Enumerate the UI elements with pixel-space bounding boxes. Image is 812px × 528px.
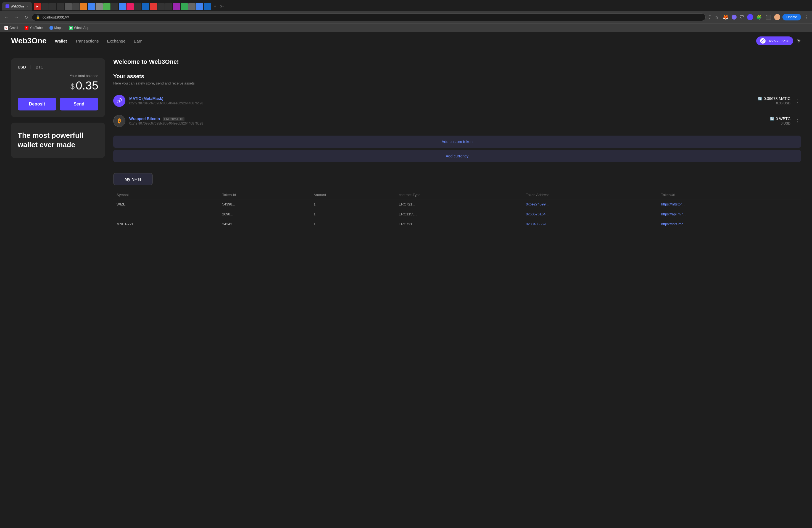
avatar-icon[interactable] — [747, 14, 753, 20]
forward-button[interactable]: → — [13, 14, 20, 21]
tab-close-icon[interactable]: × — [27, 5, 28, 8]
assets-subtitle: Here you can safely store, send and rece… — [113, 81, 801, 85]
balance-label: Your total balance — [18, 74, 98, 78]
app-header: Web3One Wallet Transactions Exchange Ear… — [0, 32, 812, 50]
table-row: WIZE 54398... 1 ERC721... 0xbe274599... … — [113, 200, 801, 209]
pinned-tab[interactable]: ▶ — [34, 3, 41, 10]
pinned-tab[interactable] — [88, 3, 95, 10]
bookmark-whatsapp[interactable]: 💬 WhatsApp — [68, 25, 91, 30]
col-token-address: Token Address — [523, 191, 657, 200]
wbtc-refresh-icon[interactable]: 🔄 — [770, 117, 774, 121]
pinned-tab[interactable] — [103, 3, 111, 10]
app-container: Web3One Wallet Transactions Exchange Ear… — [0, 32, 812, 528]
pinned-tab[interactable] — [64, 3, 72, 10]
matic-address: 0x7f27f070e8c67698fc808404ee6b926440876c… — [129, 101, 758, 105]
main-content: USD | BTC Your total balance $0.35 Depos… — [0, 50, 812, 237]
bookmark-maps[interactable]: Maps — [48, 25, 64, 30]
wallet-address-pill[interactable]: 0x7f27···6c28 — [756, 36, 793, 45]
bookmark-youtube[interactable]: ▶ YouTube — [23, 25, 44, 30]
back-button[interactable]: ← — [3, 14, 11, 21]
balance-value: 0.35 — [76, 79, 98, 92]
matic-menu-button[interactable]: ⋮ — [794, 97, 801, 105]
nav-wallet[interactable]: Wallet — [55, 38, 67, 44]
youtube-favicon: ▶ — [25, 26, 28, 30]
matic-balance-amount: 🔄 0.39678 MATIC — [758, 97, 791, 101]
currency-tabs: USD | BTC — [18, 65, 98, 69]
wbtc-menu-button[interactable]: ⋮ — [794, 117, 801, 125]
extension-icon-1[interactable] — [731, 15, 737, 19]
puzzle-icon[interactable]: 🧩 — [755, 14, 763, 21]
url-text: localhost:9001/#/ — [42, 15, 69, 19]
cell-contract-type: ERC721... — [395, 219, 523, 229]
pinned-tab[interactable] — [157, 3, 164, 10]
address-bar[interactable]: 🔒 localhost:9001/#/ — [32, 14, 706, 21]
pinned-tab[interactable] — [49, 3, 56, 10]
profile-avatar[interactable] — [774, 14, 780, 20]
pinned-tab[interactable] — [165, 3, 172, 10]
pinned-tab[interactable] — [188, 3, 195, 10]
dollar-sign: $ — [70, 82, 75, 91]
new-tab-button[interactable]: + — [212, 4, 218, 10]
theme-toggle-button[interactable]: ☀ — [797, 38, 801, 44]
share-icon[interactable]: ⤴ — [708, 14, 712, 20]
pinned-tab[interactable] — [111, 3, 118, 10]
tab-overflow-button[interactable]: ≫ — [219, 4, 225, 8]
bookmark-maps-label: Maps — [54, 26, 62, 30]
active-tab[interactable]: Web3One × — [2, 2, 32, 11]
pinned-tab[interactable] — [119, 3, 126, 10]
cell-symbol — [113, 209, 219, 219]
currency-tab-btc[interactable]: BTC — [35, 65, 43, 69]
pinned-tab[interactable] — [127, 3, 134, 10]
nfts-tab-button[interactable]: My NFTs — [113, 173, 153, 185]
pinned-tab[interactable] — [134, 3, 141, 10]
extension-icon-2[interactable]: 🛡 — [739, 14, 745, 20]
wbtc-balance-usd: 0 USD — [770, 121, 791, 126]
currency-tab-usd[interactable]: USD — [18, 65, 26, 69]
pinned-tab[interactable] — [41, 3, 48, 10]
bookmark-icon[interactable]: ☆ — [714, 14, 720, 21]
pinned-tab[interactable] — [196, 3, 203, 10]
pinned-tab[interactable] — [57, 3, 64, 10]
deposit-button[interactable]: Deposit — [18, 98, 56, 111]
tabs-strip: Web3One × ▶ — [2, 2, 810, 11]
nav-transactions[interactable]: Transactions — [75, 38, 99, 44]
nav-earn[interactable]: Earn — [134, 38, 143, 44]
cell-token-uri: https://api.min... — [657, 209, 801, 219]
update-button[interactable]: Update — [782, 14, 801, 20]
pinned-tab[interactable] — [204, 3, 211, 10]
pinned-tab[interactable] — [72, 3, 79, 10]
cast-icon[interactable]: ⬛ — [765, 14, 772, 21]
nav-exchange[interactable]: Exchange — [107, 38, 126, 44]
pinned-tab[interactable] — [173, 3, 180, 10]
add-currency-button[interactable]: Add currency — [113, 150, 801, 162]
browser-tabs-bar: Web3One × ▶ — [0, 0, 812, 11]
welcome-title: Welcome to Web3One! — [113, 58, 801, 65]
col-token-uri: TokenUri — [657, 191, 801, 200]
matic-balance-usd: 0.36 USD — [758, 101, 791, 105]
col-contract-type: contract-Type — [395, 191, 523, 200]
pinned-tab[interactable] — [96, 3, 103, 10]
cell-symbol: WIZE — [113, 200, 219, 209]
send-button[interactable]: Send — [60, 98, 98, 111]
cell-contract-type: ERC1155... — [395, 209, 523, 219]
right-panel: Welcome to Web3One! Your assets Here you… — [113, 58, 801, 229]
pinned-tab[interactable] — [142, 3, 149, 10]
wbtc-info: Wrapped Bitcoin ERC20MATIC 0x7f27f070e8c… — [129, 117, 770, 126]
pinned-tab[interactable] — [80, 3, 87, 10]
wbtc-name: Wrapped Bitcoin ERC20MATIC — [129, 117, 770, 121]
bookmark-youtube-label: YouTube — [30, 26, 43, 30]
add-custom-token-button[interactable]: Add custom token — [113, 136, 801, 148]
asset-item-wbtc: ₿ Wrapped Bitcoin ERC20MATIC 0x7f27f070e… — [113, 111, 801, 131]
wbtc-address: 0x7f27f070e8c67698fc808404ee6b926440876c… — [129, 121, 770, 126]
chain-icon — [760, 38, 766, 44]
metamask-icon[interactable]: 🦊 — [722, 13, 729, 21]
pinned-tab[interactable] — [180, 3, 188, 10]
matic-refresh-icon[interactable]: 🔄 — [758, 97, 762, 101]
menu-icon[interactable]: ⋮ — [803, 14, 809, 21]
bookmarks-bar: G Gmail ▶ YouTube Maps 💬 WhatsApp — [0, 23, 812, 32]
pinned-tab[interactable] — [150, 3, 157, 10]
browser-chrome: Web3One × ▶ — [0, 0, 812, 32]
cell-token-address: 0x03e05569... — [523, 219, 657, 229]
bookmark-gmail[interactable]: G Gmail — [3, 25, 19, 30]
reload-button[interactable]: ↻ — [23, 14, 30, 21]
